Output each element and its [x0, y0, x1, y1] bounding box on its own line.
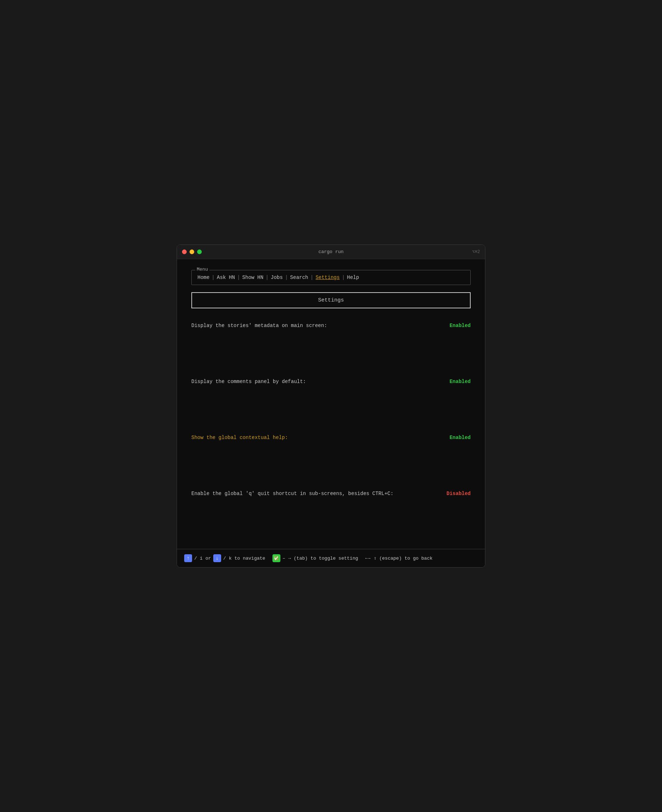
menu-container: Menu Home | Ask HN | Show HN | Jobs | Se… — [191, 270, 471, 285]
setting-value-contextual-help[interactable]: Enabled — [450, 435, 471, 440]
terminal-window: cargo run ⌥⌘2 Menu Home | Ask HN | Show … — [177, 244, 485, 568]
setting-label-stories-metadata: Display the stories' metadata on main sc… — [191, 323, 327, 329]
setting-row-contextual-help: Show the global contextual help: Enabled — [191, 435, 471, 440]
setting-value-comments-panel[interactable]: Enabled — [450, 379, 471, 385]
nav-hint-text: / i or — [194, 556, 211, 561]
menu-item-settings[interactable]: Settings — [316, 274, 340, 280]
menu-item-jobs[interactable]: Jobs — [271, 274, 283, 280]
menu-item-help[interactable]: Help — [347, 274, 359, 280]
back-hint: ←– ⇧ (escape) to go back — [365, 555, 432, 561]
window-controls — [182, 249, 202, 254]
setting-row-quit-shortcut: Enable the global 'q' quit shortcut in s… — [191, 491, 471, 496]
window-shortcut: ⌥⌘2 — [472, 249, 480, 255]
close-button[interactable] — [182, 249, 187, 254]
setting-value-stories-metadata[interactable]: Enabled — [450, 323, 471, 329]
menu-item-home[interactable]: Home — [198, 274, 210, 280]
menu-label: Menu — [195, 267, 209, 272]
setting-row-stories-metadata: Display the stories' metadata on main sc… — [191, 323, 471, 329]
title-bar: cargo run ⌥⌘2 — [177, 245, 485, 259]
separator-2: | — [237, 274, 240, 280]
toggle-hint: ✅ – → (tab) to toggle setting — [273, 554, 358, 562]
setting-row-comments-panel: Display the comments panel by default: E… — [191, 379, 471, 385]
navigate-hint: ↑ / i or ↓ / k to navigate — [184, 554, 265, 562]
back-hint-text: ←– ⇧ (escape) to go back — [365, 555, 432, 561]
down-arrow-icon: ↓ — [213, 554, 221, 562]
menu-items: Home | Ask HN | Show HN | Jobs | Search … — [198, 274, 464, 280]
up-arrow-icon: ↑ — [184, 554, 192, 562]
menu-item-ask-hn[interactable]: Ask HN — [217, 274, 235, 280]
check-icon: ✅ — [273, 554, 280, 562]
footer: ↑ / i or ↓ / k to navigate ✅ – → (tab) t… — [177, 549, 485, 567]
maximize-button[interactable] — [197, 249, 202, 254]
separator-1: | — [212, 274, 215, 280]
separator-3: | — [266, 274, 268, 280]
separator-5: | — [310, 274, 313, 280]
main-content: Menu Home | Ask HN | Show HN | Jobs | Se… — [177, 259, 485, 529]
settings-header: Settings — [191, 292, 471, 308]
setting-label-quit-shortcut: Enable the global 'q' quit shortcut in s… — [191, 491, 394, 496]
setting-label-comments-panel: Display the comments panel by default: — [191, 379, 306, 385]
toggle-hint-text: – → (tab) to toggle setting — [283, 556, 358, 561]
menu-item-search[interactable]: Search — [290, 274, 308, 280]
setting-label-contextual-help: Show the global contextual help: — [191, 435, 288, 440]
separator-6: | — [342, 274, 345, 280]
minimize-button[interactable] — [190, 249, 194, 254]
window-title: cargo run — [318, 249, 344, 255]
setting-value-quit-shortcut[interactable]: Disabled — [447, 491, 471, 496]
nav-hint-text2: / k to navigate — [223, 556, 265, 561]
menu-item-show-hn[interactable]: Show HN — [242, 274, 264, 280]
separator-4: | — [285, 274, 288, 280]
